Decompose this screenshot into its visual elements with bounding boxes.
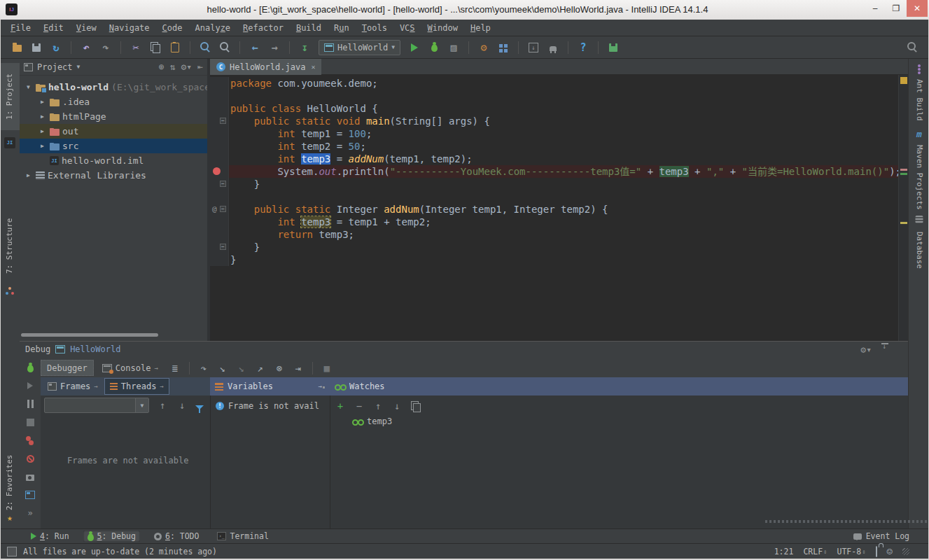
tree-expand-icon[interactable]: ▶ — [38, 113, 47, 120]
gutter[interactable] — [210, 216, 229, 228]
menu-item-build[interactable]: Build — [290, 23, 328, 33]
forward-icon[interactable]: → — [266, 39, 283, 56]
resume-icon[interactable] — [20, 377, 41, 395]
scroll-from-source-icon[interactable]: ⊕ — [159, 62, 165, 72]
menu-item-view[interactable]: View — [70, 23, 103, 33]
tree-item-hello-world[interactable]: ▼hello-world (E:\git_work_space\ — [20, 80, 207, 94]
hide-panel-icon[interactable]: ⇤ — [197, 62, 203, 72]
attach-android-icon[interactable] — [605, 39, 622, 56]
pause-icon[interactable] — [20, 395, 41, 413]
tool-window-button-terminal[interactable]: ›_Terminal — [213, 531, 272, 542]
debug-tab-console[interactable]: Console→ — [96, 360, 165, 376]
watch-item[interactable]: temp3 — [330, 412, 908, 426]
frames-tab-threads[interactable]: Threads→ — [104, 378, 169, 395]
run-configuration-selector[interactable]: HelloWorld▼ — [319, 40, 400, 55]
gutter[interactable] — [210, 102, 229, 115]
tool-window-button-4--run[interactable]: 4: Run — [27, 531, 74, 542]
frame-down-icon[interactable]: ↓ — [176, 399, 188, 412]
coverage-icon[interactable]: ▨ — [445, 39, 462, 56]
maximize-button[interactable]: ❐ — [886, 0, 907, 17]
code-line-12[interactable]: int temp3 = temp1 + temp2; — [210, 216, 899, 228]
menu-item-file[interactable]: File — [4, 23, 37, 33]
open-icon[interactable] — [8, 39, 25, 56]
menu-item-refactor[interactable]: Refactor — [237, 23, 290, 33]
gutter[interactable]: − — [210, 115, 229, 127]
project-panel-title[interactable]: Project — [37, 62, 73, 72]
debug-settings-gear-icon[interactable]: ⚙▾ — [860, 344, 872, 355]
lock-icon[interactable] — [876, 547, 877, 556]
project-structure-icon[interactable] — [495, 39, 512, 56]
debug-icon[interactable] — [426, 39, 442, 56]
inspection-status-icon[interactable] — [900, 77, 907, 84]
copy-icon[interactable] — [147, 39, 164, 56]
tree-expand-icon[interactable]: ▶ — [38, 143, 47, 149]
stripe-mark-identifier[interactable] — [900, 222, 907, 224]
error-stripe[interactable] — [898, 75, 908, 341]
restore-layout-icon[interactable] — [20, 486, 41, 504]
frame-up-icon[interactable]: ↑ — [156, 399, 169, 412]
code-line-8[interactable]: System.out.println("-----------YouMeek.c… — [210, 165, 899, 178]
resize-grip[interactable] — [902, 548, 909, 555]
remove-watch-icon[interactable]: − — [353, 400, 365, 412]
debug-tab-debugger[interactable]: Debugger — [41, 360, 94, 376]
variables-header[interactable]: Variables → — [210, 377, 330, 396]
thread-selector-combobox[interactable]: ▼ — [44, 398, 149, 413]
fold-marker-icon[interactable]: − — [220, 244, 226, 250]
combobox-arrow-icon[interactable]: ▼ — [135, 398, 148, 412]
code-line-7[interactable]: int temp3 = addNum(temp1, temp2); — [210, 153, 899, 165]
step-over-icon[interactable]: ↷ — [195, 360, 212, 376]
avd-manager-icon[interactable] — [545, 39, 561, 56]
sdk-manager-icon[interactable] — [525, 39, 542, 56]
stop-icon[interactable] — [20, 413, 41, 431]
gutter[interactable] — [210, 77, 229, 90]
gutter[interactable] — [210, 127, 229, 140]
gutter[interactable] — [210, 165, 229, 178]
find-icon[interactable] — [197, 39, 214, 56]
tool-stripe-favorites[interactable]: 2: Favorites — [0, 451, 20, 514]
tree-item-hello-world-iml[interactable]: JIhello-world.iml — [20, 153, 207, 168]
fold-marker-icon[interactable]: − — [220, 206, 226, 212]
menu-item-code[interactable]: Code — [156, 23, 189, 33]
tool-window-button-6--todo[interactable]: 6: TODO — [150, 531, 203, 542]
settings-icon[interactable]: ⚙ — [475, 39, 492, 56]
intellij-module-icon[interactable]: JI — [4, 137, 15, 148]
panel-settings-gear-icon[interactable]: ⚙▾ — [181, 62, 193, 72]
redo-icon[interactable]: ↷ — [97, 39, 114, 56]
menu-item-vcs[interactable]: VCS — [393, 23, 421, 33]
paste-icon[interactable] — [167, 39, 183, 56]
close-button[interactable]: ✕ — [907, 0, 928, 17]
code-line-6[interactable]: int temp2 = 50; — [210, 140, 899, 153]
code-line-2[interactable] — [210, 90, 899, 102]
save-icon[interactable] — [28, 39, 45, 56]
run-to-cursor-icon[interactable]: ⇥ — [290, 360, 307, 376]
code-line-5[interactable]: int temp1 = 100; — [210, 127, 899, 140]
step-out-icon[interactable]: ↗ — [252, 360, 269, 376]
chevron-down-icon[interactable]: ▼ — [77, 64, 81, 70]
line-ending-selector[interactable]: CRLF⇕ — [803, 547, 827, 556]
show-execution-point-icon[interactable]: ≣ — [167, 360, 183, 376]
stripe-mark-breakpoint[interactable] — [900, 169, 907, 171]
tree-item-out[interactable]: ▶out — [20, 124, 207, 139]
tool-window-button-5--debug[interactable]: 5: Debug — [83, 531, 140, 542]
tree-expand-icon[interactable]: ▶ — [38, 128, 47, 134]
code-line-3[interactable]: public class HelloWorld { — [210, 102, 899, 115]
menu-item-edit[interactable]: Edit — [37, 23, 70, 33]
view-breakpoints-icon[interactable] — [20, 431, 41, 449]
drop-frame-icon[interactable]: ⊗ — [271, 360, 288, 376]
gutter[interactable] — [210, 253, 229, 266]
cut-icon[interactable]: ✂ — [127, 39, 144, 56]
code-line-15[interactable]: } — [210, 253, 899, 266]
make-project-icon[interactable]: ↧ — [296, 39, 313, 56]
tree-item-src[interactable]: ▶src — [20, 139, 207, 153]
gutter[interactable] — [210, 90, 229, 102]
collapse-all-icon[interactable]: ⇅ — [170, 62, 176, 72]
hector-inspector-icon[interactable]: ☺ — [887, 546, 893, 557]
help-icon[interactable]: ? — [575, 39, 592, 56]
gutter[interactable] — [210, 140, 229, 153]
more-options-icon[interactable]: » — [20, 504, 41, 522]
event-log-button[interactable]: Event Log — [853, 531, 909, 541]
breakpoint-icon[interactable] — [213, 167, 221, 175]
evaluate-expression-icon[interactable]: ■ — [319, 360, 335, 376]
watches-header[interactable]: Watches — [330, 377, 908, 396]
run-icon[interactable] — [406, 39, 423, 56]
